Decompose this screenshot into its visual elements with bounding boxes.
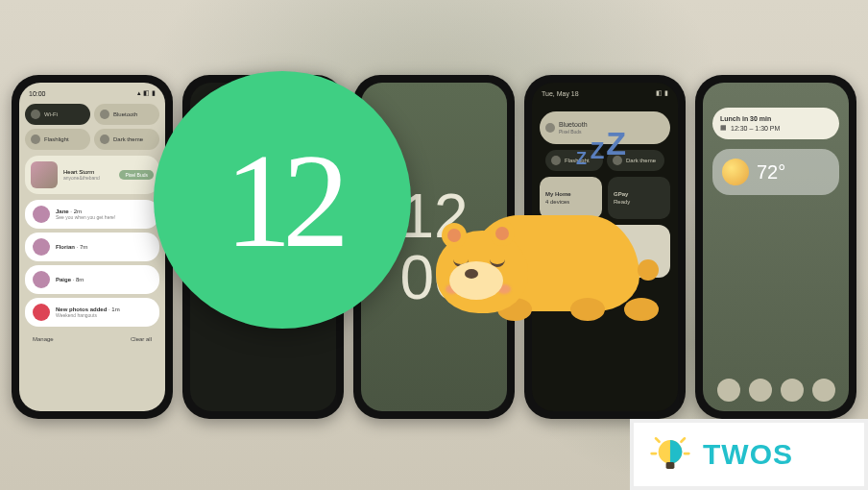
media-card[interactable]: Heart Storm anyone&theband Pixel Buds [25,156,159,194]
status-time: 10:00 [29,90,46,97]
notif-body: Weekend hangouts [56,312,152,318]
sleeping-bear-illustration: Z Z Z [419,129,668,321]
qs-bt-label: Bluetooth [113,111,137,117]
android-12-badge: 12 [154,71,411,329]
avatar [33,271,50,288]
bear-ear [490,221,515,246]
messages-icon[interactable] [749,379,772,402]
qs-flashlight[interactable]: Flashlight [25,129,90,150]
notif-age: 1m [111,306,119,312]
notif-sender: Paige [56,277,71,282]
status-icons: ◧ ▮ [656,89,668,97]
temperature: 72° [757,161,785,184]
notification[interactable]: Florian · 7m [25,233,159,261]
bear-paw [624,298,659,321]
phone-1: 10:00 ▴ ◧ ▮ Wi-Fi Bluetooth Flashlight D… [12,75,173,419]
notif-age: 8m [76,277,84,282]
qs-bluetooth[interactable]: Bluetooth [94,104,159,125]
qs-wifi-label: Wi-Fi [44,111,58,117]
notification[interactable]: Jane · 2m See you when you get here! [25,200,159,229]
weather-card[interactable]: 72° [712,149,839,195]
notif-body: See you when you get here! [56,214,152,220]
notification[interactable]: Paige · 8m [25,265,159,294]
event-time: 12:30 – 1:30 PM [731,125,780,132]
bear-ear [442,223,467,248]
media-output-chip[interactable]: Pixel Buds [119,170,154,180]
qs-darktheme[interactable]: Dark theme [94,129,159,150]
event-card[interactable]: Lunch in 30 min ▦ 12:30 – 1:30 PM [712,108,839,139]
bear-nose [465,269,478,279]
qs-flash-label: Flashlight [44,136,69,142]
phone-5: Lunch in 30 min ▦ 12:30 – 1:30 PM 72° [695,75,856,419]
phone-icon[interactable] [717,379,740,402]
bear-snout [449,261,503,300]
status-bar: Tue, May 18 ◧ ▮ [532,83,678,104]
avatar [33,238,50,256]
event-title: Lunch in 30 min [720,115,832,122]
album-art [31,161,58,188]
notif-sender: Florian [56,244,75,250]
qs-dark-label: Dark theme [113,136,143,142]
notification[interactable]: New photos added · 1m Weekend hangouts [25,298,159,327]
bear-paw [570,298,605,321]
bear-head [436,231,528,313]
photo-icon [33,304,50,321]
dock [712,379,839,402]
bear-tail [638,259,659,281]
avatar [33,206,50,223]
media-subtitle: anyone&theband [63,175,100,181]
notif-age: 7m [80,244,87,250]
status-bar: 10:00 ▴ ◧ ▮ [19,83,165,104]
android-version: 12 [225,123,340,278]
lightbulb-icon [649,433,691,476]
status-date: Tue, May 18 [542,90,579,97]
calendar-icon: ▦ [720,124,727,132]
status-icons: ▴ ◧ ▮ [137,89,156,97]
manage-button[interactable]: Manage [33,336,54,342]
clear-all-button[interactable]: Clear all [131,336,152,342]
chrome-icon[interactable] [781,379,804,402]
svg-rect-1 [666,462,675,469]
brand-name: TWOS [703,438,793,471]
zzz-icon: Z Z Z [567,125,626,162]
twos-logo: TWOS [630,419,868,490]
sun-icon [722,159,749,185]
qs-wifi[interactable]: Wi-Fi [25,104,90,125]
camera-icon[interactable] [812,379,835,402]
